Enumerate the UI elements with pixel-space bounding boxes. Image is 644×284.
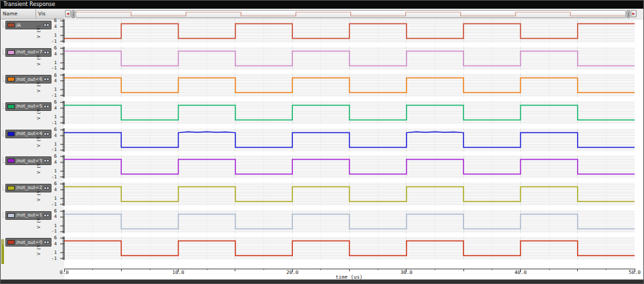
y-axis-title: V (V) bbox=[36, 129, 42, 152]
window-bottom-edge[interactable] bbox=[1, 279, 643, 283]
y-tick-label: 4 bbox=[54, 241, 57, 247]
y-tick-label: 4 bbox=[54, 24, 57, 29]
y-axis-title: V (V) bbox=[36, 210, 42, 233]
y-axis-tick-labels: 641-1 bbox=[42, 210, 57, 233]
y-axis-tick-labels: 641-1 bbox=[42, 74, 57, 97]
signal-color-swatch bbox=[7, 213, 15, 218]
y-tick-label: 4 bbox=[54, 51, 57, 57]
signal-strip: /not_out<6> V (V) 641-1 bbox=[1, 74, 643, 101]
range-handle-right[interactable] bbox=[627, 10, 630, 18]
y-axis-tick-labels: 641-1 bbox=[42, 128, 57, 152]
x-tick-label: 50.0 bbox=[625, 269, 644, 275]
x-axis-ruler bbox=[64, 264, 635, 269]
signal-strip: /not_out<1> V (V) 641-1 bbox=[1, 210, 643, 237]
x-tick-label: 30.0 bbox=[397, 269, 417, 275]
waveform-plot[interactable] bbox=[64, 182, 635, 206]
y-tick-label: -1 bbox=[51, 229, 57, 234]
signal-strip: /not_out<3> V (V) 641-1 bbox=[1, 155, 643, 182]
window-title: Transient Response bbox=[3, 1, 55, 7]
x-tick-label: 0.0 bbox=[54, 269, 74, 275]
overview-pan-slider[interactable]: ◀ ▶ bbox=[64, 9, 643, 19]
y-tick-label: 4 bbox=[54, 187, 57, 192]
y-axis-title: V (V) bbox=[36, 102, 42, 124]
waveform-plot[interactable] bbox=[64, 74, 635, 97]
y-tick-label: 1 bbox=[54, 60, 57, 65]
signal-color-swatch bbox=[7, 77, 15, 82]
waveform-plot[interactable] bbox=[64, 128, 635, 152]
y-tick-label: 6 bbox=[54, 100, 57, 105]
waveform-plot[interactable] bbox=[64, 210, 635, 233]
waveform-plot[interactable] bbox=[64, 19, 635, 43]
waveform-viewer-window: Transient Response Name Vis ◀ ▶ /A V (V)… bbox=[0, 0, 644, 284]
y-tick-label: 4 bbox=[54, 78, 57, 84]
y-tick-label: 6 bbox=[54, 127, 57, 132]
y-axis-title: V (V) bbox=[36, 74, 42, 97]
range-handle-left[interactable] bbox=[72, 10, 75, 18]
overview-waveform-preview[interactable] bbox=[76, 10, 626, 18]
y-axis-ruler bbox=[58, 155, 64, 178]
signal-color-swatch bbox=[7, 50, 15, 55]
y-tick-label: 6 bbox=[54, 208, 57, 214]
scroll-left-arrow-icon[interactable]: ◀ bbox=[65, 10, 71, 17]
y-tick-label: 6 bbox=[54, 18, 57, 23]
y-tick-label: 6 bbox=[54, 45, 57, 51]
y-axis-title: V (V) bbox=[36, 20, 42, 43]
signal-color-swatch bbox=[7, 104, 15, 109]
y-axis-ruler bbox=[58, 47, 64, 70]
y-axis-ruler bbox=[58, 182, 64, 206]
x-tick-label: 10.0 bbox=[169, 269, 189, 275]
x-axis: time (us) 0.010.020.030.040.050.0 bbox=[1, 264, 643, 280]
signal-color-swatch bbox=[7, 240, 15, 245]
y-tick-label: 1 bbox=[54, 114, 57, 120]
y-axis-tick-labels: 641-1 bbox=[42, 47, 57, 70]
y-tick-label: 1 bbox=[54, 250, 57, 255]
waveform-plot[interactable] bbox=[64, 155, 635, 178]
name-column-header: Name bbox=[3, 11, 17, 17]
y-axis-title: V (V) bbox=[36, 183, 42, 206]
y-axis-tick-labels: 641-1 bbox=[42, 237, 57, 260]
y-axis-tick-labels: 641-1 bbox=[42, 182, 57, 206]
y-axis-tick-labels: 641-1 bbox=[42, 155, 57, 178]
y-tick-label: -1 bbox=[51, 65, 57, 71]
y-tick-label: 4 bbox=[54, 214, 57, 219]
signal-strip: /A V (V) 641-1 bbox=[1, 19, 643, 47]
y-tick-label: 6 bbox=[54, 181, 57, 186]
y-tick-label: -1 bbox=[51, 256, 57, 261]
y-tick-label: 1 bbox=[54, 196, 57, 201]
scroll-right-arrow-icon[interactable]: ▶ bbox=[631, 10, 637, 17]
signal-color-swatch bbox=[7, 23, 15, 27]
signal-strip: /not_out<5> V (V) 641-1 bbox=[1, 101, 643, 128]
y-tick-label: 6 bbox=[54, 154, 57, 159]
column-divider bbox=[35, 9, 36, 18]
waveform-plot[interactable] bbox=[64, 47, 635, 70]
y-axis-ruler bbox=[58, 128, 64, 152]
y-tick-label: -1 bbox=[51, 39, 57, 44]
x-tick-label: 20.0 bbox=[282, 269, 302, 275]
signal-color-swatch bbox=[7, 132, 15, 136]
signal-strip: /not_out<4> V (V) 641-1 bbox=[1, 128, 643, 156]
y-tick-label: -1 bbox=[51, 93, 57, 98]
y-tick-label: 1 bbox=[54, 223, 57, 229]
y-tick-label: 1 bbox=[54, 168, 57, 174]
y-tick-label: 4 bbox=[54, 106, 57, 111]
y-tick-label: -1 bbox=[51, 174, 57, 180]
y-tick-label: -1 bbox=[51, 147, 57, 152]
y-axis-ruler bbox=[58, 101, 64, 124]
y-axis-ruler bbox=[58, 237, 64, 260]
y-tick-label: 6 bbox=[54, 73, 57, 78]
y-axis-title: V (V) bbox=[36, 237, 42, 260]
window-title-bar[interactable]: Transient Response bbox=[1, 1, 643, 9]
y-tick-label: 4 bbox=[54, 160, 57, 165]
signal-color-swatch bbox=[7, 158, 15, 163]
y-axis-ruler bbox=[58, 210, 64, 233]
waveform-strips-area: /A V (V) 641-1 /not_out<7> V (V) 641-1 /… bbox=[1, 19, 643, 264]
y-tick-label: -1 bbox=[51, 202, 57, 207]
y-tick-label: 4 bbox=[54, 133, 57, 138]
y-tick-label: -1 bbox=[51, 120, 57, 126]
y-tick-label: 6 bbox=[54, 235, 57, 241]
y-axis-title: V (V) bbox=[36, 47, 42, 70]
y-axis-tick-labels: 641-1 bbox=[42, 101, 57, 124]
waveform-plot[interactable] bbox=[64, 237, 635, 260]
waveform-plot[interactable] bbox=[64, 101, 635, 124]
signal-strip: /not_out<7> V (V) 641-1 bbox=[1, 47, 643, 74]
